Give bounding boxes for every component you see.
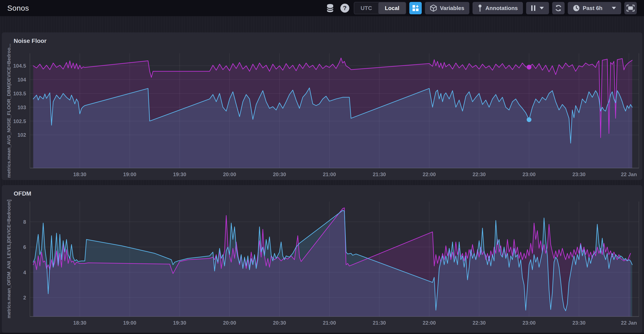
annotation-pin-icon xyxy=(478,4,482,12)
svg-text:102: 102 xyxy=(18,132,26,138)
svg-text:104: 104 xyxy=(18,77,26,83)
timezone-toggle: UTC Local xyxy=(354,2,406,14)
cube-icon xyxy=(430,4,437,12)
add-cell-icon xyxy=(412,5,419,11)
svg-text:22:30: 22:30 xyxy=(472,320,486,326)
svg-text:104.5: 104.5 xyxy=(13,63,26,69)
time-range-dropdown[interactable]: Past 6h xyxy=(568,2,621,14)
svg-text:19:30: 19:30 xyxy=(173,320,186,326)
variables-button[interactable]: Variables xyxy=(425,2,469,14)
annotations-label: Annotations xyxy=(485,5,518,11)
svg-text:102.5: 102.5 xyxy=(13,118,26,124)
panel-ofdm[interactable]: OFDM metrics.mean_OFDM_ANI_LEVEL|DEVICE=… xyxy=(2,185,642,333)
svg-text:19:00: 19:00 xyxy=(123,320,136,326)
svg-text:20:00: 20:00 xyxy=(223,320,236,326)
pause-icon xyxy=(531,5,535,11)
pause-autorefresh-dropdown[interactable] xyxy=(526,2,549,14)
ofdm-chart[interactable]: 246818:3019:0019:3020:0020:3021:0021:302… xyxy=(2,185,642,333)
help-button[interactable]: ? xyxy=(339,2,350,14)
annotations-button[interactable]: Annotations xyxy=(472,2,523,14)
svg-text:22 Jan: 22 Jan xyxy=(621,171,637,177)
svg-text:23:30: 23:30 xyxy=(572,320,586,326)
svg-text:22:00: 22:00 xyxy=(422,171,436,177)
refresh-button[interactable] xyxy=(552,2,564,14)
timezone-local-option[interactable]: Local xyxy=(378,2,406,14)
svg-text:19:00: 19:00 xyxy=(123,171,136,177)
svg-text:18:30: 18:30 xyxy=(73,171,86,177)
presentation-mode-icon xyxy=(626,5,634,11)
navbar-controls: ? UTC Local Variables xyxy=(324,2,637,14)
top-navbar: Sonos ? UTC Local xyxy=(0,0,644,16)
svg-text:21:00: 21:00 xyxy=(323,171,336,177)
svg-text:103: 103 xyxy=(18,105,26,110)
svg-text:21:30: 21:30 xyxy=(373,171,386,177)
timezone-utc-option[interactable]: UTC xyxy=(354,2,378,14)
dashboard-title: Sonos xyxy=(7,4,29,12)
svg-text:23:00: 23:00 xyxy=(522,171,536,177)
chevron-down-icon xyxy=(612,7,616,9)
chevron-down-icon xyxy=(540,7,544,9)
svg-text:20:00: 20:00 xyxy=(223,171,236,177)
add-cell-button[interactable] xyxy=(409,2,422,14)
dashboard-grid: Noise Floor metrics.mean_AVG_NOISE_FLOOR… xyxy=(0,16,644,333)
time-range-label: Past 6h xyxy=(583,5,602,11)
svg-text:4: 4 xyxy=(23,270,26,275)
help-icon: ? xyxy=(340,4,349,12)
svg-text:8: 8 xyxy=(23,219,26,225)
svg-text:22:30: 22:30 xyxy=(472,171,486,177)
sources-button[interactable] xyxy=(324,2,336,14)
svg-text:2: 2 xyxy=(23,295,26,301)
svg-text:103.5: 103.5 xyxy=(13,91,26,96)
noise-floor-chart[interactable]: 102102.5103103.5104104.518:3019:0019:302… xyxy=(2,32,642,180)
presentation-mode-button[interactable] xyxy=(624,2,637,14)
svg-text:23:30: 23:30 xyxy=(572,171,586,177)
panel-noise-floor[interactable]: Noise Floor metrics.mean_AVG_NOISE_FLOOR… xyxy=(2,32,642,180)
svg-text:21:00: 21:00 xyxy=(323,320,336,326)
svg-text:18:30: 18:30 xyxy=(73,320,86,326)
clock-icon xyxy=(573,5,580,11)
svg-text:20:30: 20:30 xyxy=(273,320,286,326)
svg-text:19:30: 19:30 xyxy=(173,171,186,177)
refresh-icon xyxy=(554,4,562,12)
database-icon xyxy=(326,4,334,12)
svg-text:6: 6 xyxy=(23,244,26,250)
svg-text:22:00: 22:00 xyxy=(422,320,436,326)
svg-text:20:30: 20:30 xyxy=(273,171,286,177)
svg-text:21:30: 21:30 xyxy=(373,320,386,326)
svg-text:23:00: 23:00 xyxy=(522,320,536,326)
variables-label: Variables xyxy=(440,5,464,11)
svg-text:22 Jan: 22 Jan xyxy=(621,320,637,326)
